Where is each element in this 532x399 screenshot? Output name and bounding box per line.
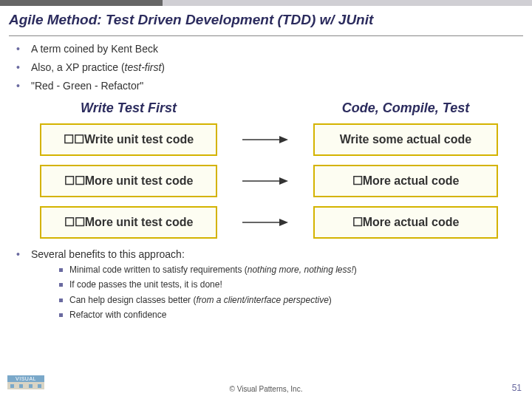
top-decor bbox=[0, 0, 532, 6]
arrow-icon bbox=[239, 216, 291, 229]
table-row: ☐☐More unit test code ☐More actual code bbox=[40, 206, 498, 239]
page-number: 51 bbox=[512, 383, 522, 393]
prefix: ☐ bbox=[352, 215, 363, 229]
box-text: More unit test code bbox=[85, 174, 194, 188]
sub-bullet: Minimal code written to satisfy requirem… bbox=[56, 265, 522, 276]
col-head-left: Write Test First bbox=[40, 100, 217, 116]
prefix: ☐ bbox=[352, 174, 363, 188]
svg-marker-5 bbox=[279, 219, 288, 226]
text: Several benefits to this approach: bbox=[31, 248, 185, 260]
slide-title: Agile Method: Test Driven Development (T… bbox=[0, 6, 532, 35]
bullet-xp-practice: Also, a XP practice (test-first) bbox=[10, 61, 522, 75]
svg-marker-1 bbox=[279, 136, 288, 143]
rows-container: ☐☐Write unit test code Write some actual… bbox=[40, 123, 498, 239]
title-underline bbox=[9, 35, 523, 36]
box-left: ☐☐More unit test code bbox=[40, 206, 217, 239]
copyright: © Visual Patterns, Inc. bbox=[230, 385, 303, 393]
sub-bullet: Refactor with confidence bbox=[56, 310, 522, 321]
table-row: ☐☐Write unit test code Write some actual… bbox=[40, 123, 498, 156]
text: Can help design classes better ( bbox=[69, 295, 196, 305]
bullet-kent-beck: A term coined by Kent Beck bbox=[10, 42, 522, 56]
prefix: ☐☐ bbox=[64, 215, 85, 229]
text-ital: test-first bbox=[125, 61, 162, 73]
box-text: Write some actual code bbox=[340, 133, 471, 146]
text: Also, a XP practice ( bbox=[31, 61, 125, 73]
box-text: More unit test code bbox=[85, 216, 194, 229]
prefix: ☐☐ bbox=[64, 174, 85, 188]
logo-text: VISUAL bbox=[7, 375, 44, 382]
col-head-right: Code, Compile, Test bbox=[313, 100, 498, 116]
table-row: ☐☐More unit test code ☐More actual code bbox=[40, 165, 498, 197]
box-right: ☐More actual code bbox=[313, 165, 498, 197]
sub-bullet: If code passes the unit tests, it is don… bbox=[56, 279, 522, 291]
bullet-benefits: Several benefits to this approach: Minim… bbox=[10, 248, 522, 321]
box-left: ☐☐More unit test code bbox=[40, 165, 217, 197]
arrow-icon bbox=[239, 174, 291, 188]
text: ) bbox=[354, 265, 357, 275]
logo: VISUAL bbox=[7, 375, 44, 395]
text-ital: nothing more, nothing less! bbox=[248, 265, 354, 275]
prefix: ☐☐ bbox=[64, 132, 84, 146]
text-ital: from a client/interface perspective bbox=[196, 295, 328, 305]
sub-bullet: Can help design classes better (from a c… bbox=[56, 295, 522, 307]
box-text: Write unit test code bbox=[84, 133, 194, 146]
box-left: ☐☐Write unit test code bbox=[40, 123, 217, 156]
text: ) bbox=[161, 61, 165, 73]
box-right: ☐More actual code bbox=[313, 206, 498, 239]
box-text: More actual code bbox=[363, 216, 460, 229]
text: ) bbox=[329, 295, 332, 305]
box-right: Write some actual code bbox=[313, 123, 498, 156]
text: Minimal code written to satisfy requirem… bbox=[69, 265, 248, 275]
bullet-rgr: "Red - Green - Refactor" bbox=[10, 79, 522, 93]
box-text: More actual code bbox=[363, 174, 460, 188]
arrow-icon bbox=[239, 133, 291, 146]
svg-marker-3 bbox=[279, 177, 288, 185]
